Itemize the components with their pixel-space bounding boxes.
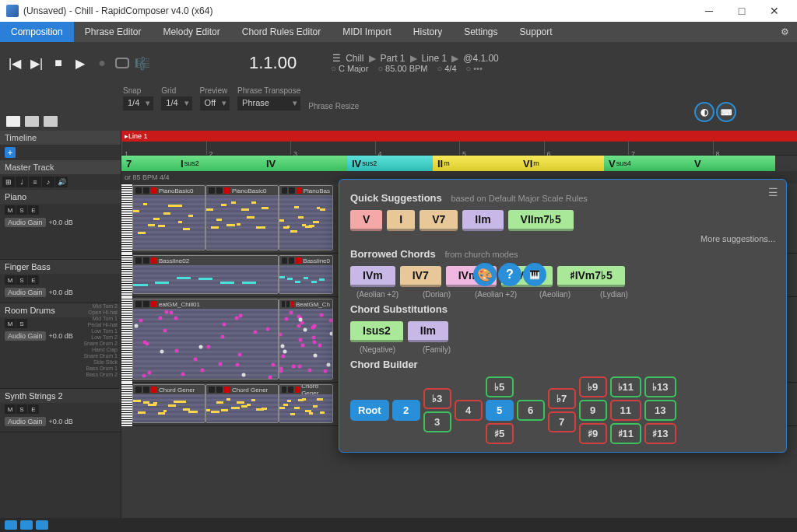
palette-icon[interactable]: 🎨: [473, 263, 497, 286]
chord-chip[interactable]: IVm: [350, 266, 395, 287]
track-name[interactable]: Synth Strings 2: [0, 389, 121, 403]
menu-midi-import[interactable]: MIDI Import: [332, 22, 402, 42]
mt-btn3[interactable]: ≡: [29, 177, 41, 187]
builder-♯11[interactable]: ♯11: [610, 423, 641, 444]
track-m-button[interactable]: M: [5, 404, 16, 414]
gain-label[interactable]: Audio Gain: [5, 331, 46, 341]
mt-btn4[interactable]: ♪: [42, 177, 54, 187]
builder-♯9[interactable]: ♯9: [579, 423, 607, 444]
more-icon[interactable]: •••: [466, 64, 483, 73]
menu-composition[interactable]: Composition: [0, 22, 74, 42]
chord-cell[interactable]: 7: [121, 156, 176, 171]
close-button[interactable]: ✕: [758, 0, 791, 22]
chord-cell[interactable]: Isus2: [176, 156, 262, 171]
popup-menu-icon[interactable]: ☰: [768, 186, 778, 198]
clip[interactable]: Chord Gener: [205, 384, 279, 423]
builder-3[interactable]: 3: [423, 411, 451, 432]
builder-11[interactable]: 11: [610, 400, 641, 421]
track-name[interactable]: Piano: [0, 190, 121, 204]
builder-♭13[interactable]: ♭13: [644, 376, 676, 397]
builder-♯13[interactable]: ♯13: [644, 423, 676, 444]
chord-cell[interactable]: Vsus4: [604, 156, 690, 171]
chord-chip[interactable]: ♯IVm7♭5: [557, 266, 625, 287]
builder-5[interactable]: 5: [486, 400, 514, 421]
clip[interactable]: PianoBasic0: [132, 185, 205, 250]
builder-9[interactable]: 9: [579, 400, 607, 421]
key-display[interactable]: C Major: [331, 64, 368, 73]
gain-label[interactable]: Audio Gain: [5, 288, 46, 297]
clip[interactable]: PianoBas: [279, 185, 333, 250]
piano-icon[interactable]: 🎹: [523, 263, 546, 286]
more-suggestions-link[interactable]: More suggestions...: [350, 234, 775, 243]
mt-btn1[interactable]: ⊞: [2, 177, 15, 187]
chord-chip[interactable]: IV7: [400, 266, 441, 287]
grid-select[interactable]: 1/4: [161, 96, 191, 110]
menu-melody-editor[interactable]: Melody Editor: [152, 22, 230, 42]
builder-7[interactable]: 7: [548, 411, 576, 432]
gain-label[interactable]: Audio Gain: [5, 417, 46, 426]
chord-track[interactable]: 7Isus2IVIVsus2IImVImVsus4V: [121, 156, 797, 171]
forward-button[interactable]: ▶|: [28, 54, 45, 72]
track-m-button[interactable]: M: [5, 319, 16, 328]
track-s-button[interactable]: S: [16, 319, 27, 328]
view1-icon[interactable]: [25, 116, 39, 127]
builder-4[interactable]: 4: [455, 400, 483, 421]
builder-6[interactable]: 6: [517, 400, 545, 421]
builder-Root[interactable]: Root: [350, 400, 389, 421]
track-e-button[interactable]: E: [28, 205, 39, 215]
track-m-button[interactable]: M: [5, 275, 16, 285]
rewind-button[interactable]: |◀: [6, 54, 23, 72]
chord-chip[interactable]: I: [387, 210, 415, 231]
clip[interactable]: Chord Gener: [279, 384, 333, 423]
chord-cell[interactable]: V: [690, 156, 775, 171]
new-icon[interactable]: [6, 116, 20, 127]
chord-cell[interactable]: VIm: [518, 156, 604, 171]
clip[interactable]: BeatGM_Ch: [279, 299, 333, 380]
track-s-button[interactable]: S: [16, 404, 27, 414]
clip[interactable]: eatGM_Chill01: [132, 299, 279, 380]
preview-select[interactable]: Off: [200, 96, 230, 110]
clip[interactable]: Bassline02: [132, 255, 279, 294]
dial-icon[interactable]: ◐: [694, 102, 714, 122]
builder-♭3[interactable]: ♭3: [423, 388, 451, 409]
footer-btn3[interactable]: [36, 520, 48, 530]
builder-♭11[interactable]: ♭11: [610, 376, 641, 397]
menu-chord-rules-editor[interactable]: Chord Rules Editor: [231, 22, 332, 42]
menu-history[interactable]: History: [402, 22, 453, 42]
line-marker[interactable]: ▸ Line 1: [121, 131, 797, 142]
builder-♭5[interactable]: ♭5: [486, 376, 514, 397]
menu-phrase-editor[interactable]: Phrase Editor: [74, 22, 153, 42]
help-icon[interactable]: ?: [498, 263, 521, 286]
builder-13[interactable]: 13: [644, 400, 676, 421]
clip[interactable]: Chord Gener: [132, 384, 205, 423]
chord-chip[interactable]: IIm: [462, 210, 503, 231]
chord-cell[interactable]: IV: [262, 156, 347, 171]
menu-settings[interactable]: Settings: [453, 22, 508, 42]
tempo-display[interactable]: 85.00 BPM: [377, 64, 427, 73]
clip[interactable]: Bassline0: [279, 255, 333, 294]
metronome-icon[interactable]: 🎼: [134, 54, 151, 72]
loop-button[interactable]: [115, 58, 129, 68]
chord-chip[interactable]: Isus2: [350, 321, 403, 342]
chord-cell[interactable]: IIm: [433, 156, 518, 171]
play-button[interactable]: ▶: [72, 54, 89, 72]
track-e-button[interactable]: E: [28, 275, 39, 285]
add-timeline-button[interactable]: +: [5, 147, 16, 158]
maximize-button[interactable]: □: [725, 0, 758, 22]
phrase-transpose-select[interactable]: Phrase: [237, 96, 300, 110]
footer-btn2[interactable]: [20, 520, 33, 530]
view2-icon[interactable]: [44, 116, 58, 127]
track-s-button[interactable]: S: [16, 205, 27, 215]
snap-select[interactable]: 1/4: [123, 96, 153, 110]
footer-btn1[interactable]: [5, 520, 17, 530]
builder-♯5[interactable]: ♯5: [486, 423, 514, 444]
minimize-button[interactable]: ─: [693, 0, 725, 22]
menu-support[interactable]: Support: [509, 22, 564, 42]
mt-btn2[interactable]: ♩: [16, 177, 28, 187]
chord-chip[interactable]: V7: [420, 210, 458, 231]
track-e-button[interactable]: E: [28, 404, 39, 414]
track-m-button[interactable]: M: [5, 205, 16, 215]
builder-♭7[interactable]: ♭7: [548, 388, 576, 409]
track-s-button[interactable]: S: [16, 275, 27, 285]
chord-chip[interactable]: V: [350, 210, 382, 231]
